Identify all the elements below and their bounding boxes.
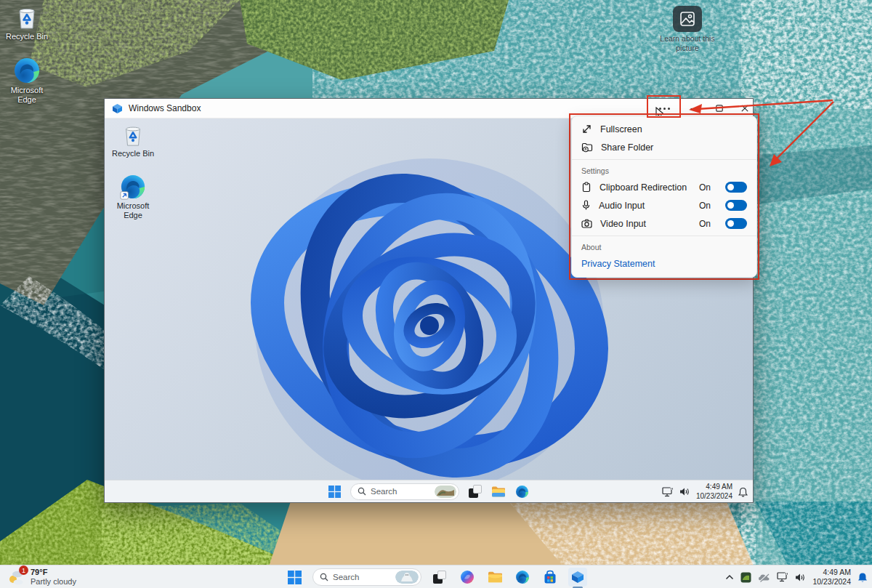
- recycle-bin-icon: [15, 4, 39, 31]
- clock-date: 10/23/2024: [696, 492, 732, 502]
- edge-browser-button[interactable]: [515, 485, 529, 499]
- menu-settings-header: Settings: [572, 163, 756, 178]
- volume-icon: [679, 487, 690, 496]
- privacy-statement-link[interactable]: Privacy Statement: [572, 254, 756, 273]
- clock-time: 4:49 AM: [706, 483, 732, 492]
- menu-item-label: Clipboard Redirection: [600, 182, 691, 193]
- audio-input-toggle[interactable]: [725, 200, 747, 211]
- volume-icon[interactable]: [795, 573, 806, 582]
- menu-item-label: Video Input: [600, 219, 691, 229]
- sandbox-desktop-icon-recycle-bin[interactable]: Recycle Bin: [109, 123, 157, 158]
- desktop-icon-label: Recycle Bin: [6, 32, 48, 41]
- window-title: Windows Sandbox: [129, 103, 201, 113]
- copilot-button[interactable]: [458, 568, 477, 587]
- task-view-button[interactable]: [430, 568, 449, 587]
- search-box[interactable]: Search: [350, 483, 459, 500]
- search-icon: [320, 573, 328, 581]
- toggle-state-label: On: [699, 182, 711, 193]
- clipboard-icon: [581, 182, 592, 193]
- desktop-icon-label: Recycle Bin: [112, 149, 154, 158]
- copilot-icon: [460, 570, 475, 584]
- host-taskbar: 1 79°F Partly cloudy Search: [0, 565, 872, 588]
- host-desktop: Recycle Bin Microsoft Edge: [0, 0, 872, 588]
- toggle-state-label: On: [699, 219, 711, 229]
- menu-item-share-folder[interactable]: Share Folder: [572, 138, 756, 156]
- search-highlight-image: [435, 486, 456, 498]
- host-system-tray: 4:49 AM 10/23/2024: [725, 565, 868, 588]
- menu-item-clipboard-redirection[interactable]: Clipboard Redirection On: [572, 178, 756, 196]
- recycle-bin-icon: [121, 123, 145, 148]
- search-highlight-image: [395, 571, 419, 584]
- microphone-icon: [581, 200, 591, 211]
- desktop-icon-label: Microsoft Edge: [109, 201, 157, 220]
- start-button[interactable]: [328, 486, 341, 498]
- menu-item-video-input[interactable]: Video Input On: [572, 214, 756, 233]
- windows-sandbox-icon: [570, 570, 585, 584]
- desktop-icon-microsoft-edge[interactable]: Microsoft Edge: [3, 57, 51, 104]
- maximize-icon: [716, 105, 723, 112]
- sandbox-taskbar: Search: [105, 480, 753, 502]
- start-button[interactable]: [285, 568, 304, 587]
- edge-icon: [13, 57, 41, 84]
- microsoft-store-icon: [543, 570, 557, 584]
- sandbox-clock: 4:49 AM 10/23/2024: [696, 483, 732, 501]
- menu-item-audio-input[interactable]: Audio Input On: [572, 196, 756, 214]
- search-box[interactable]: Search: [312, 568, 421, 586]
- menu-annotation-box: Fullscreen Share Folder Settings Clipboa…: [569, 113, 759, 280]
- picture-info-icon: [673, 6, 702, 32]
- tray-chevron-up-icon[interactable]: [725, 574, 734, 580]
- notifications-bell-icon: [738, 487, 748, 497]
- clock-date: 10/23/2024: [812, 577, 851, 587]
- microsoft-store-button[interactable]: [541, 568, 560, 587]
- edge-icon: [515, 570, 530, 584]
- menu-item-label: Audio Input: [599, 201, 691, 211]
- network-icon: [662, 487, 674, 497]
- windows-logo-icon: [288, 571, 302, 584]
- notifications-bell-icon[interactable]: [857, 572, 868, 583]
- search-placeholder: Search: [333, 573, 391, 581]
- sandbox-options-menu: Fullscreen Share Folder Settings Clipboa…: [571, 116, 757, 278]
- file-explorer-button[interactable]: [485, 568, 504, 587]
- menu-item-label: Share Folder: [601, 142, 747, 153]
- network-icon[interactable]: [777, 572, 788, 582]
- desktop-icon-label: Microsoft Edge: [3, 86, 51, 104]
- learn-about-picture-label: Learn about this picture: [656, 34, 719, 52]
- share-folder-icon: [581, 142, 593, 153]
- windows-sandbox-button[interactable]: [568, 568, 587, 587]
- windows-sandbox-app-icon: [112, 103, 123, 114]
- minimize-icon: [690, 105, 698, 113]
- search-placeholder: Search: [371, 487, 430, 496]
- desktop-icon-recycle-bin[interactable]: Recycle Bin: [3, 4, 51, 41]
- clipboard-redirection-toggle[interactable]: [725, 182, 747, 193]
- camera-icon: [581, 219, 592, 228]
- menu-about-header: About: [572, 239, 756, 254]
- file-explorer-button[interactable]: [491, 486, 506, 498]
- sandbox-system-tray[interactable]: 4:49 AM 10/23/2024: [662, 480, 748, 503]
- toggle-state-label: On: [699, 201, 711, 211]
- task-view-button[interactable]: [469, 485, 482, 498]
- tray-app-icon[interactable]: [740, 572, 751, 583]
- sandbox-desktop-icon-microsoft-edge[interactable]: Microsoft Edge: [109, 174, 157, 220]
- clock-time: 4:49 AM: [823, 568, 851, 577]
- menu-separator: [572, 159, 756, 160]
- task-view-icon: [433, 571, 446, 584]
- host-clock[interactable]: 4:49 AM 10/23/2024: [812, 568, 851, 587]
- menu-item-label: Fullscreen: [600, 124, 747, 134]
- menu-separator: [572, 235, 756, 236]
- learn-about-picture-widget[interactable]: Learn about this picture: [656, 6, 719, 52]
- onedrive-paused-icon[interactable]: [758, 573, 770, 582]
- search-icon: [358, 487, 366, 496]
- menu-item-fullscreen[interactable]: Fullscreen: [572, 120, 756, 138]
- file-explorer-icon: [488, 571, 503, 584]
- fullscreen-icon: [581, 124, 592, 134]
- video-input-toggle[interactable]: [725, 218, 747, 229]
- edge-icon: [120, 174, 146, 200]
- edge-browser-button[interactable]: [513, 568, 532, 587]
- close-icon: [741, 105, 748, 112]
